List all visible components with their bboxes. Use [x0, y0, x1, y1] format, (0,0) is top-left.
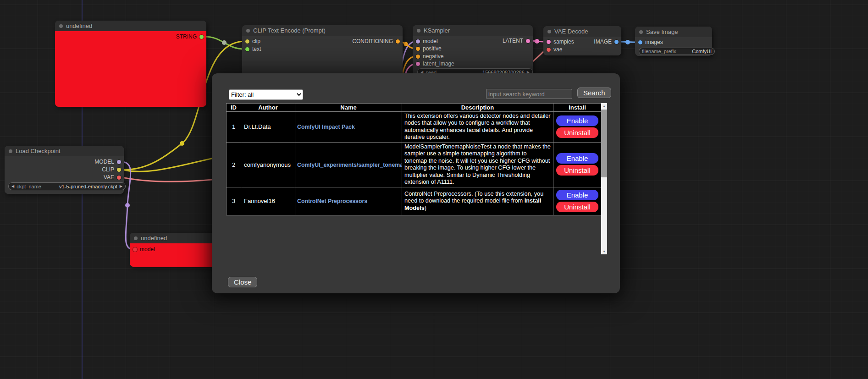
output-port-vae[interactable]: VAE	[104, 174, 121, 181]
node-title-bar[interactable]: Save Image	[635, 27, 712, 37]
output-port-clip[interactable]: CLIP	[102, 166, 121, 173]
output-port-dot[interactable]	[614, 40, 619, 44]
collapse-dot-icon[interactable]	[9, 149, 12, 153]
output-port-model[interactable]: MODEL	[94, 159, 121, 165]
collapse-dot-icon[interactable]	[134, 236, 138, 240]
node-undefined-top[interactable]: undefined STRING	[55, 21, 206, 107]
node-ksampler[interactable]: KSampler model positive negative latent_…	[413, 25, 533, 78]
scrollbar[interactable]: ▲ ▼	[601, 103, 607, 254]
output-port-dot[interactable]	[199, 35, 204, 39]
scrollbar-thumb[interactable]	[601, 110, 607, 177]
uninstall-button[interactable]: Uninstall	[556, 165, 598, 176]
node-save-image[interactable]: Save Image images filename_prefix ComfyU…	[635, 27, 712, 56]
filter-select[interactable]: Filter: all	[229, 89, 303, 100]
ext-id: 3	[227, 187, 241, 215]
install-cell: Enable Uninstall	[553, 112, 602, 143]
output-port-dot[interactable]	[117, 168, 121, 172]
table-row: 3 Fannovel16 ControlNet Preprocessors Co…	[227, 187, 602, 215]
input-port-model[interactable]: model	[416, 38, 438, 44]
node-title: Load Checkpoint	[16, 148, 61, 154]
enable-button[interactable]: Enable	[556, 153, 598, 164]
node-title-bar[interactable]: undefined	[55, 21, 206, 31]
input-port-model[interactable]: model	[133, 246, 155, 253]
node-body	[55, 31, 206, 107]
search-button[interactable]: Search	[577, 88, 611, 98]
ext-author: Fannovel16	[241, 187, 295, 215]
enable-button[interactable]: Enable	[556, 115, 598, 126]
output-port-dot[interactable]	[117, 176, 121, 180]
ext-description: ModelSamplerTonemapNoiseTest a node that…	[402, 142, 553, 187]
port-label: clip	[252, 38, 260, 44]
output-port-image[interactable]: IMAGE	[594, 38, 619, 45]
input-port-vae[interactable]: vae	[547, 46, 562, 53]
ext-name-link[interactable]: ComfyUI_experiments/sampler_tonemap	[297, 162, 402, 168]
input-port-negative[interactable]: negative	[416, 53, 443, 60]
port-label: text	[252, 46, 261, 52]
uninstall-button[interactable]: Uninstall	[556, 127, 598, 138]
port-label: VAE	[104, 174, 114, 181]
input-port-clip[interactable]: clip	[245, 38, 260, 44]
node-title-bar[interactable]: KSampler	[413, 25, 533, 36]
node-vae-decode[interactable]: VAE Decode samples vae IMAGE	[543, 26, 621, 55]
output-port-dot[interactable]	[526, 39, 530, 43]
node-load-checkpoint[interactable]: Load Checkpoint MODEL CLIP VAE ◀ ckpt_na…	[5, 146, 124, 194]
output-port-conditioning[interactable]: CONDITIONING	[352, 38, 400, 44]
input-port-dot[interactable]	[638, 40, 642, 44]
widget-label: ckpt_name	[17, 184, 41, 189]
ext-author: comfyanonymous	[241, 142, 295, 187]
node-title-bar[interactable]: CLIP Text Encode (Prompt)	[242, 25, 403, 36]
port-label: images	[645, 39, 663, 45]
node-title: CLIP Text Encode (Prompt)	[253, 27, 326, 34]
collapse-dot-icon[interactable]	[246, 29, 250, 33]
input-port-dot[interactable]	[416, 47, 420, 51]
extension-table: ID Author Name Description Install 1 Dr.…	[226, 103, 601, 215]
input-port-dot[interactable]	[416, 39, 420, 44]
port-label: samples	[553, 38, 574, 45]
table-header-row: ID Author Name Description Install	[227, 104, 602, 112]
graph-canvas[interactable]: undefined STRING CLIP Text Encode (Promp…	[0, 0, 868, 379]
collapse-dot-icon[interactable]	[547, 30, 551, 33]
port-label: negative	[423, 53, 443, 60]
ckpt-name-widget[interactable]: ◀ ckpt_name v1-5-pruned-emaonly.ckpt ▶	[8, 182, 126, 190]
search-input[interactable]	[486, 89, 572, 99]
link-midpoint-dot	[404, 42, 408, 46]
ext-name-link[interactable]: ComfyUI Impact Pack	[297, 124, 355, 130]
filename-prefix-widget[interactable]: filename_prefix ComfyUI	[639, 48, 715, 55]
input-port-text[interactable]: text	[245, 46, 261, 52]
node-title-bar[interactable]: VAE Decode	[543, 26, 621, 37]
uninstall-button[interactable]: Uninstall	[556, 202, 598, 212]
input-port-dot[interactable]	[416, 62, 420, 66]
output-port-latent[interactable]: LATENT	[503, 38, 530, 44]
output-port-dot[interactable]	[396, 39, 400, 44]
output-port-string[interactable]: STRING	[176, 33, 204, 40]
collapse-dot-icon[interactable]	[59, 24, 63, 28]
input-port-positive[interactable]: positive	[416, 45, 442, 52]
input-port-images[interactable]: images	[638, 39, 663, 45]
desc-text: ControlNet Preprocessors. (To use this e…	[404, 191, 543, 204]
port-label: MODEL	[94, 159, 114, 165]
node-title: undefined	[66, 22, 92, 29]
enable-button[interactable]: Enable	[556, 190, 598, 200]
input-port-latent-image[interactable]: latent_image	[416, 60, 454, 67]
scroll-down-icon[interactable]: ▼	[601, 248, 607, 254]
header-description: Description	[402, 104, 553, 112]
wire-string-to-text	[205, 37, 244, 49]
input-port-dot[interactable]	[547, 48, 551, 52]
collapse-dot-icon[interactable]	[417, 29, 420, 33]
input-port-dot[interactable]	[245, 47, 249, 51]
node-title-bar[interactable]: Load Checkpoint	[5, 146, 124, 156]
node-title: VAE Decode	[554, 28, 588, 35]
collapse-dot-icon[interactable]	[639, 30, 643, 34]
input-port-dot[interactable]	[133, 247, 137, 252]
close-button[interactable]: Close	[228, 277, 257, 287]
output-port-dot[interactable]	[117, 160, 121, 164]
widget-value: ComfyUI	[692, 49, 712, 54]
widget-arrow-right-icon[interactable]: ▶	[120, 183, 122, 190]
scroll-up-icon[interactable]: ▲	[601, 103, 607, 109]
ext-name-link[interactable]: ControlNet Preprocessors	[297, 198, 367, 204]
input-port-dot[interactable]	[245, 39, 249, 44]
widget-arrow-left-icon[interactable]: ◀	[11, 183, 14, 190]
input-port-dot[interactable]	[547, 40, 551, 44]
input-port-dot[interactable]	[416, 55, 420, 59]
input-port-samples[interactable]: samples	[547, 38, 574, 45]
